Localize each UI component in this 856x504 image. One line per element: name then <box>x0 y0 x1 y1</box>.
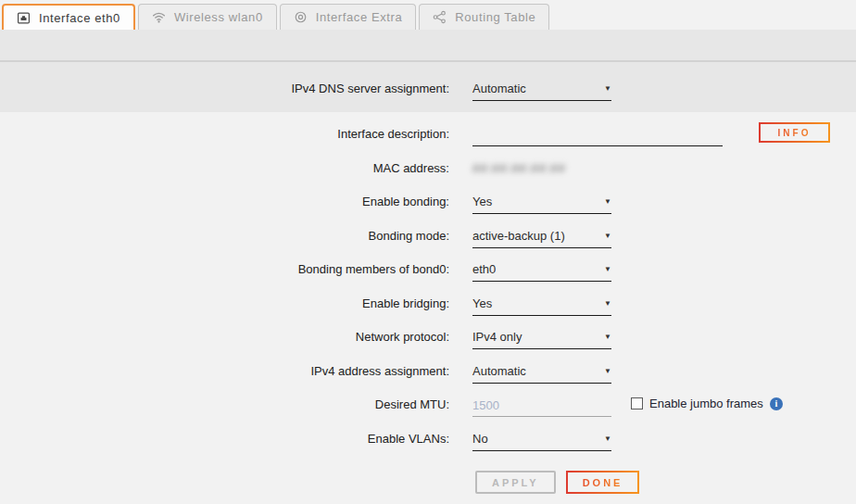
done-button[interactable]: DONE <box>566 471 640 494</box>
chevron-down-icon: ▼ <box>604 297 611 309</box>
chevron-down-icon: ▼ <box>604 263 611 275</box>
enable-bridging-select[interactable]: Yes ▼ <box>472 296 611 316</box>
ethernet-port-icon <box>17 11 31 25</box>
select-value: IPv4 only <box>472 330 522 344</box>
bonding-mode-select[interactable]: active-backup (1) ▼ <box>472 229 611 248</box>
jumbo-frames-group: Enable jumbo frames i <box>631 390 783 410</box>
select-value: Automatic <box>472 82 526 95</box>
enable-bonding-row: Enable bonding: Yes ▼ <box>0 187 856 221</box>
tab-label: Interface eth0 <box>39 11 120 25</box>
chevron-down-icon: ▼ <box>604 195 611 208</box>
jumbo-frames-checkbox[interactable] <box>631 397 643 410</box>
select-value: Automatic <box>472 364 526 378</box>
tab-interface-extra[interactable]: Interface Extra <box>280 4 417 30</box>
enable-vlans-row: Enable VLANs: No ▼ <box>0 424 856 459</box>
enable-bridging-row: Enable bridging: Yes ▼ <box>0 289 856 323</box>
ipv4-assignment-select[interactable]: Automatic ▼ <box>472 364 611 384</box>
bond-members-select[interactable]: eth0 ▼ <box>472 262 611 282</box>
mtu-input[interactable] <box>472 397 611 417</box>
toolbar-band <box>0 30 856 60</box>
select-value: No <box>472 432 488 446</box>
ipv4-assignment-row: IPv4 address assignment: Automatic ▼ <box>0 357 856 391</box>
select-value: Yes <box>472 195 492 208</box>
info-circle-icon[interactable]: i <box>770 397 783 410</box>
mtu-row: Desired MTU: Enable jumbo frames i <box>0 390 856 424</box>
action-buttons: APPLY DONE <box>475 471 856 494</box>
bonding-mode-label: Bonding mode: <box>0 221 449 243</box>
mac-address-row: MAC address: ##:##:##:##:## <box>0 154 856 188</box>
enable-bridging-label: Enable bridging: <box>0 289 449 310</box>
select-value: active-backup (1) <box>472 229 565 243</box>
bond-members-row: Bonding members of bond0: eth0 ▼ <box>0 255 856 289</box>
dns-section: IPv4 DNS server assignment: Automatic ▼ <box>0 62 856 112</box>
target-icon <box>294 10 308 24</box>
tab-label: Interface Extra <box>316 10 403 24</box>
chevron-down-icon: ▼ <box>604 365 611 377</box>
interface-form: Interface description: INFO MAC address:… <box>0 112 856 494</box>
jumbo-frames-label: Enable jumbo frames <box>649 397 763 410</box>
select-value: eth0 <box>472 262 496 276</box>
enable-bonding-select[interactable]: Yes ▼ <box>472 195 611 214</box>
bonding-mode-row: Bonding mode: active-backup (1) ▼ <box>0 221 856 256</box>
chevron-down-icon: ▼ <box>604 82 611 94</box>
chevron-down-icon: ▼ <box>604 331 611 343</box>
tab-label: Routing Table <box>455 10 535 24</box>
enable-vlans-label: Enable VLANs: <box>0 424 449 446</box>
wifi-icon <box>152 10 166 24</box>
network-protocol-row: Network protocol: IPv4 only ▼ <box>0 322 856 357</box>
mac-address-label: MAC address: <box>0 154 449 175</box>
network-protocol-select[interactable]: IPv4 only ▼ <box>472 330 611 349</box>
tab-interface-eth0[interactable]: Interface eth0 <box>2 4 135 30</box>
tab-bar: Interface eth0 Wireless wlan0 Interface … <box>0 0 856 30</box>
ipv4-assignment-label: IPv4 address assignment: <box>0 357 449 378</box>
share-nodes-icon <box>433 10 447 24</box>
apply-button[interactable]: APPLY <box>475 471 556 494</box>
network-protocol-label: Network protocol: <box>0 322 449 344</box>
info-button[interactable]: INFO <box>759 122 830 143</box>
bond-members-label: Bonding members of bond0: <box>0 255 449 276</box>
enable-vlans-select[interactable]: No ▼ <box>472 432 611 451</box>
chevron-down-icon: ▼ <box>604 433 611 445</box>
tab-label: Wireless wlan0 <box>174 10 263 24</box>
chevron-down-icon: ▼ <box>604 230 611 242</box>
select-value: Yes <box>472 296 492 310</box>
enable-bonding-label: Enable bonding: <box>0 187 449 208</box>
interface-description-input[interactable] <box>472 127 723 146</box>
description-row: Interface description: INFO <box>0 120 856 154</box>
tab-wireless-wlan0[interactable]: Wireless wlan0 <box>138 4 277 30</box>
dns-assignment-select[interactable]: Automatic ▼ <box>472 82 611 101</box>
description-label: Interface description: <box>0 120 449 141</box>
dns-assignment-row: IPv4 DNS server assignment: Automatic ▼ <box>0 74 856 101</box>
dns-assignment-label: IPv4 DNS server assignment: <box>0 74 449 95</box>
mtu-label: Desired MTU: <box>0 390 449 411</box>
tab-routing-table[interactable]: Routing Table <box>419 4 549 30</box>
mac-address-value-redacted: ##:##:##:##:## <box>472 161 566 175</box>
